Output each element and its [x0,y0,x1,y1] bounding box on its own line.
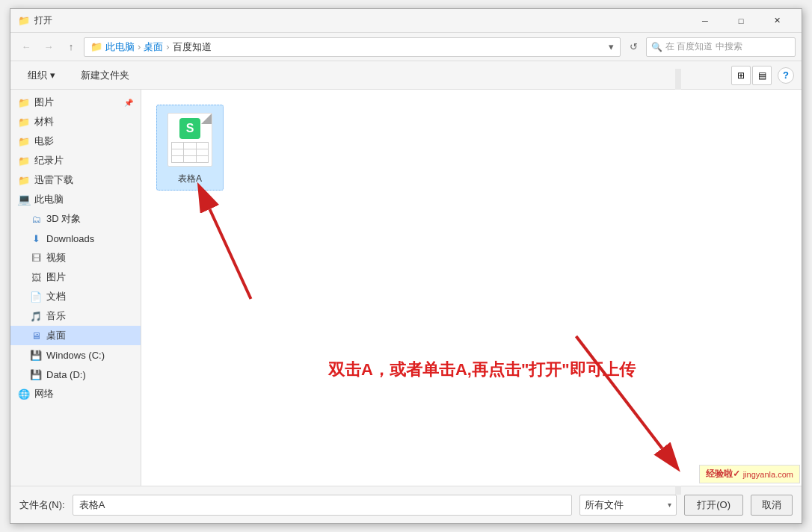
up-button[interactable]: ↑ [61,37,81,57]
help-button[interactable]: ? [778,67,794,84]
breadcrumb[interactable]: 📁 此电脑 › 桌面 › 百度知道 ▾ [84,37,621,57]
wps-cell-3 [197,143,208,149]
new-folder-button[interactable]: 新建文件夹 [71,65,139,86]
wps-cell-2 [184,143,195,149]
breadcrumb-sep2: › [166,41,169,52]
file-icon-container: S [164,110,216,170]
sidebar-label-movies: 电影 [34,134,54,148]
sidebar-item-network[interactable]: 🌐 网络 [10,384,141,403]
sidebar-label-d-drive: Data (D:) [46,369,86,380]
sidebar-item-d-drive[interactable]: 💾 Data (D:) [10,365,141,384]
sidebar-item-pictures-pinned[interactable]: 📁 图片 📌 [10,93,141,112]
bottom-bar: 文件名(N): 所有文件 ▾ 打开(O) 取消 [10,486,802,523]
close-button[interactable]: ✕ [760,9,794,33]
view-details-button[interactable]: ▤ [752,66,772,85]
sidebar-item-downloads[interactable]: ⬇ Downloads [10,229,141,248]
main-content: 📁 图片 📌 📁 材料 📁 电影 📁 纪录片 📁 迅雷下载 [10,90,802,486]
sidebar-item-documentary[interactable]: 📁 纪录片 [10,151,141,170]
breadcrumb-desktop[interactable]: 桌面 [144,40,163,54]
sidebar-label-downloads: Downloads [46,233,94,244]
3d-icon: 🗂 [30,213,42,225]
watermark-url: jingyanla.com [743,470,793,479]
network-icon: 🌐 [18,388,30,400]
docs-icon: 📄 [30,291,42,303]
filename-label: 文件名(N): [19,498,65,512]
title-icon: 📁 [18,15,30,27]
content-area[interactable]: S [141,90,802,486]
forward-button[interactable]: → [39,37,58,57]
sidebar-item-movies[interactable]: 📁 电影 [10,132,141,151]
sidebar-label-pictures: 图片 [46,270,66,284]
open-button[interactable]: 打开(O) [684,495,743,516]
video-icon: 🎞 [30,252,42,264]
sidebar-item-this-pc[interactable]: 💻 此电脑 [10,190,141,209]
sidebar-label-docs: 文档 [46,290,66,303]
search-icon: 🔍 [651,42,662,52]
wps-cell-5 [184,149,195,155]
wps-cell-7 [172,156,183,162]
sidebar-label-materials: 材料 [34,115,54,129]
sidebar-item-c-drive[interactable]: 💾 Windows (C:) [10,345,141,365]
breadcrumb-folder-icon: 📁 [90,41,102,52]
breadcrumb-sep1: › [138,41,141,52]
file-item-spreadsheet[interactable]: S [156,105,224,191]
breadcrumb-pc[interactable]: 此电脑 [105,40,135,54]
desktop-icon: 🖥 [30,330,42,341]
sidebar-item-desktop[interactable]: 🖥 桌面 [10,326,141,345]
title-text: 打开 [34,14,688,27]
svg-line-2 [576,336,662,448]
this-pc-icon: 💻 [18,194,30,205]
d-drive-icon: 💾 [30,368,42,380]
breadcrumb-current: 百度知道 [173,40,212,54]
maximize-button[interactable]: □ [724,9,758,33]
wps-cell-9 [197,156,208,162]
wps-cell-4 [172,149,183,155]
window-controls: ─ □ ✕ [688,9,794,33]
folder-icon-4: 📁 [18,155,30,167]
sidebar-item-3d[interactable]: 🗂 3D 对象 [10,209,141,229]
folder-icon: 📁 [18,96,30,108]
view-tiles-button[interactable]: ⊞ [731,66,751,85]
instruction-text: 双击A，或者单击A,再点击"打开"即可上传 [328,359,636,381]
file-open-dialog: 📁 打开 ─ □ ✕ ← → ↑ 📁 此电脑 › 桌面 › 百度知道 ▾ ↺ 🔍… [10,8,802,524]
refresh-button[interactable]: ↺ [624,37,643,57]
music-icon: 🎵 [30,310,42,322]
sidebar-item-thunder[interactable]: 📁 迅雷下载 [10,170,141,190]
sidebar-item-video[interactable]: 🎞 视频 [10,248,141,267]
filetype-label: 所有文件 [585,498,624,512]
organize-button[interactable]: 组织 ▾ [18,65,65,86]
sidebar-item-materials[interactable]: 📁 材料 [10,112,141,132]
sidebar: 📁 图片 📌 📁 材料 📁 电影 📁 纪录片 📁 迅雷下载 [10,90,141,486]
sidebar-item-docs[interactable]: 📄 文档 [10,287,141,306]
breadcrumb-dropdown-icon[interactable]: ▾ [609,41,614,52]
pin-icon: 📌 [124,99,133,107]
folder-icon-5: 📁 [18,174,30,186]
sidebar-label-music: 音乐 [46,309,66,323]
wps-cell-6 [197,149,208,155]
folder-icon-2: 📁 [18,116,30,128]
sidebar-item-pictures[interactable]: 🖼 图片 [10,267,141,287]
sidebar-label-3d: 3D 对象 [46,212,81,226]
address-bar: ← → ↑ 📁 此电脑 › 桌面 › 百度知道 ▾ ↺ 🔍 在 百度知道 中搜索 [10,33,802,61]
wps-badge: S [179,118,200,139]
back-button[interactable]: ← [16,37,36,57]
minimize-button[interactable]: ─ [688,9,722,33]
sidebar-item-music[interactable]: 🎵 音乐 [10,306,141,326]
title-bar: 📁 打开 ─ □ ✕ [10,9,802,33]
sidebar-label-network: 网络 [34,387,54,400]
cancel-button[interactable]: 取消 [751,495,793,516]
wps-corner-fold [201,114,212,124]
toolbar: 组织 ▾ 新建文件夹 ⊞ ▤ ? [10,61,802,90]
filetype-select[interactable]: 所有文件 ▾ [579,495,677,516]
watermark-text: 经验啦✓ [706,468,740,480]
sidebar-label-this-pc: 此电脑 [34,193,64,206]
filename-input[interactable] [73,495,573,516]
wps-table [171,142,209,163]
svg-line-3 [210,209,251,299]
search-box[interactable]: 🔍 在 百度知道 中搜索 [646,37,796,57]
view-buttons: ⊞ ▤ [731,66,772,85]
file-name-label: 表格A [178,173,202,185]
downloads-icon: ⬇ [30,232,42,244]
sidebar-label-documentary: 纪录片 [34,154,64,167]
pictures-icon: 🖼 [30,271,42,283]
